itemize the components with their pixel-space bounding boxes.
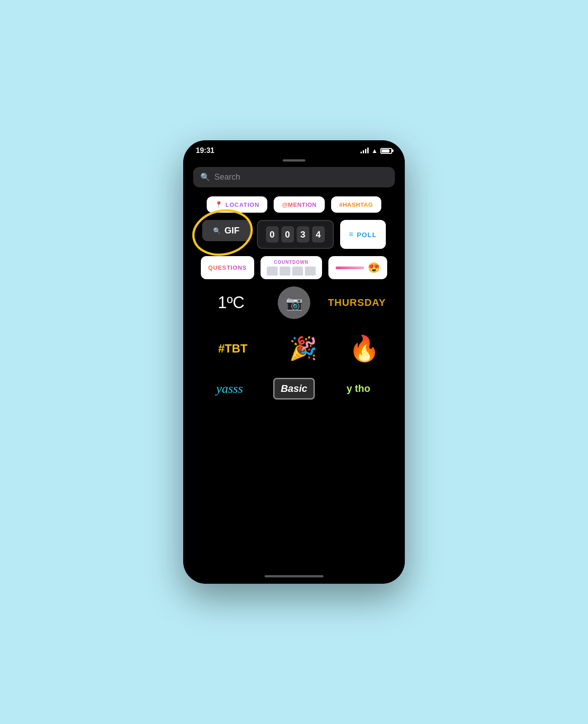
sticker-timer[interactable]: 0 0 3 4 [257, 220, 334, 249]
timer-digit-3: 3 [297, 226, 309, 243]
sticker-mention[interactable]: @MENTION [274, 196, 325, 213]
phone-screen: 19:31 ▲ 🔍 Search [183, 140, 405, 584]
hashtag-label: #HASHTAG [339, 201, 373, 208]
sticker-row-6: yasss Basic y tho [193, 378, 395, 400]
mention-label: @MENTION [282, 201, 317, 208]
temperature-label: 1ºC [218, 293, 244, 312]
sticker-gif-wrapper: 🔍 GIF [202, 220, 250, 249]
basic-label: Basic [281, 383, 308, 395]
sticker-hashtag[interactable]: #HASHTAG [331, 196, 381, 213]
signal-icon [360, 148, 369, 153]
handle-bar [283, 159, 305, 162]
countdown-bars [267, 267, 316, 276]
sticker-lit-fire[interactable]: 🔥 [344, 328, 384, 369]
sticker-grid: 📍 LOCATION @MENTION #HASHTAG 🔍 GIF [183, 196, 405, 571]
sticker-lit-hashtag[interactable]: 🎉 [283, 328, 323, 369]
sticker-location[interactable]: 📍 LOCATION [207, 196, 267, 213]
sticker-thursday[interactable]: THURSDAY [327, 297, 386, 309]
gif-search-icon: 🔍 [213, 227, 221, 234]
tbt-label: #TBT [218, 342, 247, 356]
sticker-row-5: #TBT 🎉 🔥 [193, 328, 395, 369]
slider-thumb-emoji: 😍 [368, 263, 380, 273]
sticker-countdown[interactable]: COUNTDOWN [261, 256, 322, 279]
timer-digit-2: 0 [281, 226, 294, 243]
poll-icon: ≡ [349, 230, 353, 238]
sticker-tbt[interactable]: #TBT [204, 342, 262, 356]
sticker-row-3: QUESTIONS COUNTDOWN 😍 [193, 256, 395, 279]
poll-label: POLL [357, 231, 377, 238]
battery-icon [380, 148, 392, 154]
gif-label: GIF [224, 225, 239, 236]
sticker-ytho[interactable]: y tho [329, 383, 388, 395]
sticker-yasss[interactable]: yasss [200, 381, 259, 396]
sticker-row-1: 📍 LOCATION @MENTION #HASHTAG [193, 196, 395, 213]
lit-hashtag-graphic: 🎉 [289, 335, 317, 362]
questions-label: QUESTIONS [208, 264, 247, 271]
slider-track [336, 267, 364, 269]
location-label: LOCATION [225, 201, 259, 208]
sticker-row-4: 1ºC 📷 THURSDAY [193, 286, 395, 319]
ytho-label: y tho [346, 383, 370, 395]
camera-icon: 📷 [286, 295, 303, 311]
status-bar: 19:31 ▲ [183, 140, 405, 157]
sticker-basic[interactable]: Basic [273, 378, 315, 400]
sticker-temperature[interactable]: 1ºC [202, 293, 261, 312]
status-icons: ▲ [360, 147, 392, 154]
sticker-camera[interactable]: 📷 [278, 286, 310, 319]
search-placeholder: Search [214, 172, 240, 182]
sticker-emoji-slider[interactable]: 😍 [328, 256, 387, 279]
fire-emoji: 🔥 [349, 334, 380, 363]
timer-digit-1: 0 [266, 226, 279, 243]
wifi-icon: ▲ [371, 147, 378, 154]
thursday-label: THURSDAY [328, 297, 386, 309]
sticker-poll[interactable]: ≡ POLL [340, 220, 386, 249]
location-pin-icon: 📍 [215, 201, 223, 208]
phone-frame: 19:31 ▲ 🔍 Search [183, 140, 405, 584]
yasss-label: yasss [216, 381, 243, 396]
countdown-label: COUNTDOWN [274, 260, 308, 265]
sticker-row-2: 🔍 GIF 0 0 3 4 ≡ POLL [193, 220, 395, 249]
home-indicator [265, 575, 323, 577]
search-bar[interactable]: 🔍 Search [193, 167, 395, 187]
sticker-questions[interactable]: QUESTIONS [201, 256, 254, 279]
status-time: 19:31 [196, 147, 214, 155]
sticker-gif[interactable]: 🔍 GIF [202, 220, 250, 241]
search-icon: 🔍 [200, 172, 210, 182]
timer-digit-4: 4 [312, 226, 325, 243]
